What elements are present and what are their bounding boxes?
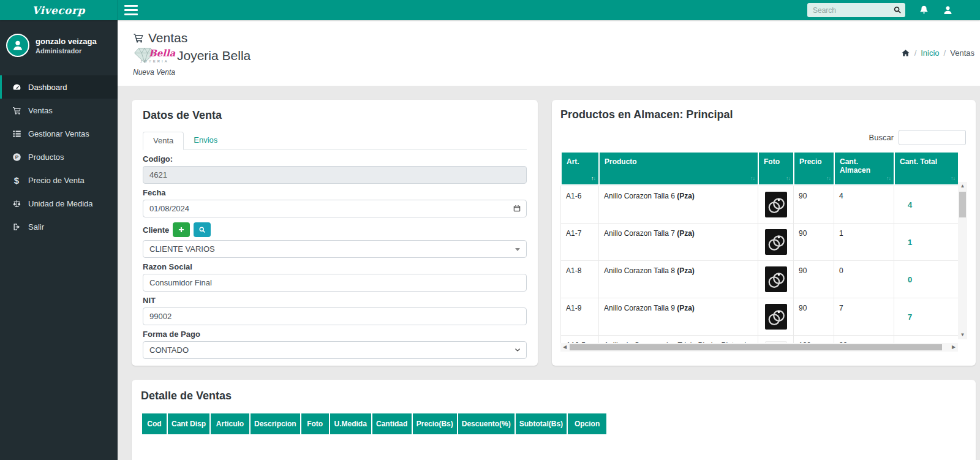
products-card: Productos en Almacen: Principal Buscar A… xyxy=(552,100,976,366)
table-row[interactable]: A1-6Anillo Corazon Talla 6 (Pza)9044 xyxy=(561,186,959,224)
sort-icon[interactable]: ↑↓ xyxy=(886,175,891,181)
product-photo[interactable] xyxy=(765,266,787,292)
calendar-icon[interactable] xyxy=(513,204,521,213)
home-icon[interactable] xyxy=(901,48,910,58)
products-col-header[interactable]: Foto↑↓ xyxy=(758,152,794,185)
horizontal-scrollbar[interactable]: ◀ ▶ xyxy=(560,343,958,352)
sidebar-item-dashboard[interactable]: Dashboard xyxy=(0,75,118,99)
detail-col-header: Subtotal(Bs) xyxy=(515,413,567,435)
store-name: Joyeria Bella xyxy=(177,48,251,63)
sidebar-item-salir[interactable]: Salir xyxy=(0,215,118,238)
detail-col-header: Descripcion xyxy=(250,413,301,435)
scroll-up-arrow[interactable]: ▲ xyxy=(958,182,967,190)
avatar[interactable] xyxy=(6,34,29,57)
store-logo-script: Bella xyxy=(149,48,175,59)
cell-art: A1-8 xyxy=(561,261,599,298)
dashboard-icon xyxy=(11,83,22,92)
cell-cant-almacen: 33 xyxy=(834,336,894,344)
products-col-header[interactable]: Precio↑↓ xyxy=(794,152,834,185)
sidebar-item-precio-de-venta[interactable]: $Precio de Venta xyxy=(0,168,118,192)
add-client-button[interactable] xyxy=(173,222,190,237)
cell-cant-total[interactable]: 1 xyxy=(894,224,959,261)
search-client-button[interactable] xyxy=(194,222,211,237)
search-icon xyxy=(198,226,206,233)
table-row[interactable]: A1-8Anillo Corazon Talla 8 (Pza)9000 xyxy=(561,261,959,298)
plus-icon xyxy=(178,226,185,233)
cart-icon xyxy=(133,32,144,43)
codigo-label: Codigo: xyxy=(143,154,527,164)
cell-cant-total[interactable]: 33 xyxy=(894,336,959,344)
cell-cant-total[interactable]: 7 xyxy=(894,298,959,336)
vertical-scroll-thumb[interactable] xyxy=(959,192,966,217)
products-table-body: A1-6Anillo Corazon Talla 6 (Pza)9044A1-7… xyxy=(560,186,958,343)
product-photo[interactable] xyxy=(765,229,787,255)
product-icon: P xyxy=(11,153,22,162)
detail-card-title: Detalle de Ventas xyxy=(141,390,967,402)
vertical-scrollbar[interactable]: ▲ ▼ xyxy=(958,182,967,339)
forma-pago-select[interactable]: CONTADO xyxy=(143,341,527,359)
cell-producto: Anillo Corazon Talla 9 (Pza) xyxy=(599,298,758,336)
sidebar-item-ventas[interactable]: Ventas xyxy=(0,99,118,122)
horizontal-scroll-thumb[interactable] xyxy=(570,344,942,350)
content-area: Datos de Venta Venta Envios Codigo: Fech… xyxy=(118,86,980,460)
products-col-header[interactable]: Cant. Total↑↓ xyxy=(894,152,959,185)
products-col-header[interactable]: Art.↑↓ xyxy=(561,152,599,185)
tab-envios[interactable]: Envios xyxy=(184,132,227,149)
detail-col-header: Precio(Bs) xyxy=(412,413,458,435)
sidebar-item-productos[interactable]: PProductos xyxy=(0,145,118,168)
fecha-field[interactable] xyxy=(143,200,527,217)
dollar-icon: $ xyxy=(11,176,22,185)
product-photo[interactable] xyxy=(765,192,787,217)
page-header: Ventas Bella JOYERIA Joyeria Bella Nueva… xyxy=(118,20,980,86)
cell-cant-almacen: 1 xyxy=(834,224,894,261)
cell-cant-total[interactable]: 4 xyxy=(894,186,959,224)
products-col-header[interactable]: Cant. Almacen↑↓ xyxy=(834,152,894,185)
products-col-header[interactable]: Producto↑↓ xyxy=(599,152,758,185)
cell-precio: 130 xyxy=(794,336,834,344)
cell-cant-total[interactable]: 0 xyxy=(894,261,959,298)
table-row[interactable]: A1-9Anillo Corazon Talla 9 (Pza)9077 xyxy=(561,298,959,336)
scroll-right-arrow[interactable]: ▶ xyxy=(949,343,958,352)
breadcrumb-link-inicio[interactable]: Inicio xyxy=(921,48,939,58)
sidebar: gonzalo veizaga Administrador DashboardV… xyxy=(0,20,118,460)
sort-icon[interactable]: ↑↓ xyxy=(591,175,595,181)
sale-tabs: Venta Envios xyxy=(143,132,527,150)
sidebar-item-label: Precio de Venta xyxy=(28,176,85,185)
cell-producto: Anillo Corazon Talla 6 (Pza) xyxy=(599,186,758,224)
bell-icon[interactable] xyxy=(919,5,929,15)
sidebar-item-label: Unidad de Medida xyxy=(28,199,93,208)
sort-icon[interactable]: ↑↓ xyxy=(786,175,790,181)
brand-area[interactable]: Vivecorp xyxy=(0,0,118,20)
search-icon[interactable] xyxy=(893,6,902,14)
scroll-down-arrow[interactable]: ▼ xyxy=(958,331,967,339)
tab-venta[interactable]: Venta xyxy=(143,132,184,150)
detail-col-header: U.Medida xyxy=(330,413,372,435)
detail-col-header: Cod xyxy=(141,413,167,435)
scroll-left-arrow[interactable]: ◀ xyxy=(560,343,569,352)
codigo-field[interactable] xyxy=(143,166,527,184)
sale-data-card: Datos de Venta Venta Envios Codigo: Fech… xyxy=(132,100,538,366)
products-search-input[interactable] xyxy=(899,130,966,145)
page-title: Ventas xyxy=(148,31,187,45)
cliente-select[interactable]: CLIENTE VARIOS xyxy=(143,240,527,258)
breadcrumb: / Inicio / Ventas xyxy=(901,48,974,58)
sort-icon[interactable]: ↑↓ xyxy=(826,175,831,181)
sort-icon[interactable]: ↑↓ xyxy=(951,175,955,181)
table-row[interactable]: A10-5Anillo de Compromiso Triple Piedra … xyxy=(561,336,959,344)
sort-icon[interactable]: ↑↓ xyxy=(750,175,755,181)
search-input[interactable] xyxy=(807,3,905,17)
menu-toggle-icon[interactable] xyxy=(124,5,138,15)
cell-foto xyxy=(758,298,794,336)
razon-social-field[interactable] xyxy=(143,274,527,292)
sidebar-item-unidad-de-medida[interactable]: Unidad de Medida xyxy=(0,192,118,215)
sidebar-item-gestionar-ventas[interactable]: Gestionar Ventas xyxy=(0,122,118,145)
cell-producto: Anillo Corazon Talla 7 (Pza) xyxy=(599,224,758,261)
nit-field[interactable] xyxy=(143,307,527,325)
product-photo[interactable] xyxy=(765,304,787,330)
table-row[interactable]: A1-7Anillo Corazon Talla 7 (Pza)9011 xyxy=(561,224,959,261)
user-icon[interactable] xyxy=(943,5,953,15)
app-root: Vivecorp gonzalo veizaga xyxy=(0,0,980,460)
sale-detail-card: Detalle de Ventas CodCant DispArticuloDe… xyxy=(132,380,976,460)
cell-precio: 90 xyxy=(794,298,834,336)
topbar-search xyxy=(807,3,905,17)
